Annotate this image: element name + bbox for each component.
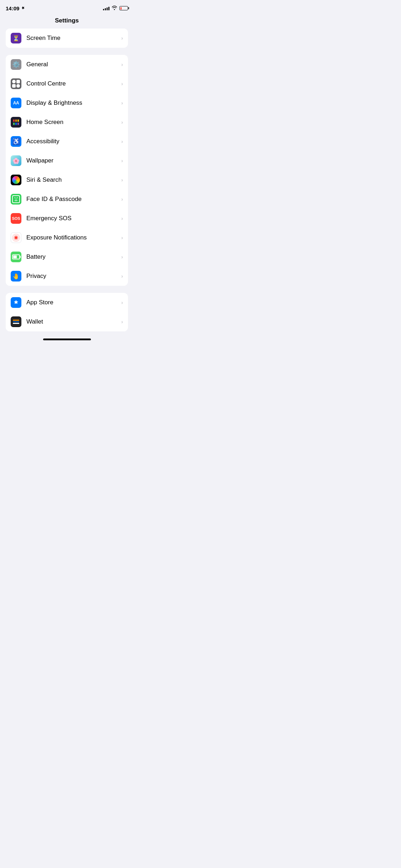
accessibility-icon: ♿	[11, 136, 21, 147]
display-brightness-label: Display & Brightness	[26, 99, 121, 107]
exposure-notifications-chevron: ›	[121, 235, 123, 241]
battery-label: Battery	[26, 253, 121, 260]
signal-bar-2	[105, 8, 106, 10]
app-settings-group: App Store › Wallet ›	[6, 293, 128, 331]
face-id-label: Face ID & Passcode	[26, 196, 121, 203]
screen-time-label: Screen Time	[26, 35, 121, 42]
privacy-hand-icon: 🤚	[12, 273, 20, 280]
control-centre-icon	[11, 78, 21, 89]
clock: 14:09	[6, 5, 19, 11]
app-store-label: App Store	[26, 299, 121, 306]
signal-bars	[103, 6, 109, 10]
general-label: General	[26, 61, 121, 68]
status-icons	[103, 5, 128, 11]
accessibility-chevron: ›	[121, 139, 123, 144]
display-brightness-icon: AA	[11, 98, 21, 108]
general-icon: ⚙️	[11, 59, 21, 70]
battery-setting-fill	[13, 255, 17, 258]
general-chevron: ›	[121, 62, 123, 67]
main-settings-group: ⚙️ General › Control Centre › AA	[6, 55, 128, 286]
wifi-icon	[112, 5, 117, 11]
emergency-sos-icon: SOS	[11, 213, 21, 224]
display-brightness-chevron: ›	[121, 100, 123, 106]
siri-orb	[12, 176, 20, 184]
wallpaper-icon: 🌸	[11, 155, 21, 166]
control-centre-label: Control Centre	[26, 80, 121, 87]
settings-item-wallet[interactable]: Wallet ›	[6, 312, 128, 331]
settings-item-home-screen[interactable]: Home Screen ›	[6, 113, 128, 132]
exposure-notifications-label: Exposure Notifications	[26, 234, 121, 241]
battery-status-icon	[119, 6, 128, 10]
exposure-icon	[11, 232, 21, 243]
settings-item-battery[interactable]: Battery ›	[6, 247, 128, 267]
emergency-sos-label: Emergency SOS	[26, 215, 121, 222]
wallet-inner	[11, 318, 21, 325]
siri-icon	[11, 175, 21, 185]
wallpaper-label: Wallpaper	[26, 157, 121, 164]
settings-item-exposure-notifications[interactable]: Exposure Notifications ›	[6, 228, 128, 247]
settings-item-siri-search[interactable]: Siri & Search ›	[6, 170, 128, 190]
face-id-inner	[12, 195, 20, 203]
wallet-stripe-2	[13, 321, 19, 322]
signal-bar-1	[103, 9, 104, 10]
battery-setting-icon	[11, 252, 21, 262]
screen-time-chevron: ›	[121, 35, 123, 41]
app-store-chevron: ›	[121, 300, 123, 305]
page-title: Settings	[55, 17, 79, 24]
battery-body	[119, 6, 128, 10]
settings-item-face-id[interactable]: Face ID & Passcode ›	[6, 190, 128, 209]
settings-item-emergency-sos[interactable]: SOS Emergency SOS ›	[6, 209, 128, 228]
accessibility-label: Accessibility	[26, 138, 121, 145]
battery-chevron: ›	[121, 254, 123, 260]
wallet-stripe-3	[13, 323, 19, 324]
exposure-ring-2	[12, 234, 20, 242]
wallet-chevron: ›	[121, 319, 123, 325]
nav-bar: Settings	[0, 14, 134, 29]
status-time: 14:09	[6, 5, 25, 11]
battery-setting-body	[12, 254, 20, 259]
settings-item-display-brightness[interactable]: AA Display & Brightness ›	[6, 93, 128, 113]
settings-item-privacy[interactable]: 🤚 Privacy ›	[6, 267, 128, 286]
home-screen-dots	[12, 118, 20, 126]
emergency-sos-chevron: ›	[121, 216, 123, 221]
location-icon	[21, 6, 25, 10]
settings-item-control-centre[interactable]: Control Centre ›	[6, 74, 128, 93]
home-screen-chevron: ›	[121, 119, 123, 125]
home-screen-label: Home Screen	[26, 119, 121, 126]
wallet-stripe-1	[13, 320, 19, 321]
settings-item-wallpaper[interactable]: 🌸 Wallpaper ›	[6, 151, 128, 170]
signal-bar-3	[107, 7, 108, 10]
face-id-icon	[11, 194, 21, 205]
wallet-icon	[11, 316, 21, 327]
screen-time-icon: ⏳	[11, 33, 21, 43]
control-centre-chevron: ›	[121, 81, 123, 87]
privacy-label: Privacy	[26, 273, 121, 280]
partial-settings-group: ⏳ Screen Time ›	[6, 29, 128, 48]
privacy-icon: 🤚	[11, 271, 21, 281]
wallet-label: Wallet	[26, 318, 121, 325]
signal-bar-4	[108, 7, 109, 10]
settings-item-app-store[interactable]: App Store ›	[6, 293, 128, 312]
settings-item-screen-time[interactable]: ⏳ Screen Time ›	[6, 29, 128, 48]
app-store-icon	[11, 297, 21, 308]
settings-container: ⏳ Screen Time › ⚙️ General ›	[0, 29, 134, 331]
wallpaper-chevron: ›	[121, 158, 123, 164]
battery-fill	[120, 7, 122, 10]
settings-item-general[interactable]: ⚙️ General ›	[6, 55, 128, 74]
home-indicator	[43, 339, 91, 340]
siri-search-chevron: ›	[121, 177, 123, 183]
face-id-chevron: ›	[121, 196, 123, 202]
privacy-chevron: ›	[121, 273, 123, 279]
settings-item-accessibility[interactable]: ♿ Accessibility ›	[6, 132, 128, 151]
exposure-container	[11, 233, 21, 243]
siri-search-label: Siri & Search	[26, 176, 121, 184]
status-bar: 14:09	[0, 0, 134, 14]
home-screen-icon	[11, 117, 21, 128]
